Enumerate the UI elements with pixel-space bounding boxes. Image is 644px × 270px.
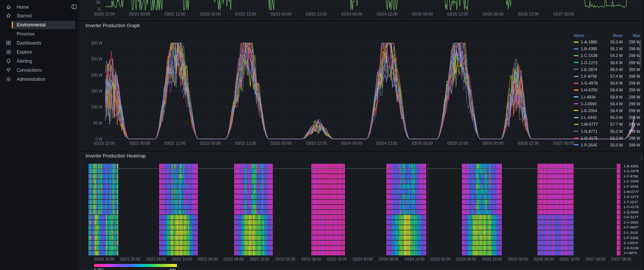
y-axis-tick: 150 W: [84, 89, 102, 93]
heatmap-series-label[interactable]: 1-O-4175: [624, 205, 639, 209]
sidebar-item-proxmox[interactable]: Proxmox: [0, 29, 78, 39]
heatmap-series-label[interactable]: 2-A-3685: [624, 221, 638, 224]
legend-row[interactable]: 1-B-439555.1 W299 W: [574, 45, 641, 52]
legend-row[interactable]: 1-A-188055.3 W299 W: [574, 39, 641, 45]
heatmap-series-label[interactable]: 1-D-1273: [624, 195, 639, 199]
heatmap-series-label[interactable]: 2-P-5355: [624, 236, 638, 240]
legend-header-name[interactable]: Name-: [574, 33, 604, 38]
grafana-dashboard: HomeStarredEnvironmentalProxmoxDashboard…: [0, 0, 644, 270]
legend-row[interactable]: 1-L-544256.3 W299 W: [574, 114, 641, 121]
legend-series-name[interactable]: 1-M-0777: [574, 122, 604, 127]
legend-mean-value: 59.6 W: [604, 81, 624, 85]
heatmap-series-label[interactable]: 1-B-4395: [624, 164, 638, 168]
legend-series-label: 1-O-4175: [581, 136, 597, 140]
legend-header-max[interactable]: Max: [624, 33, 641, 38]
legend-series-label: 1-G-4978: [581, 81, 597, 85]
heatmap-series-label[interactable]: 2-I-8875: [624, 251, 637, 255]
sidebar-item-alerting[interactable]: Alerting: [0, 57, 78, 66]
legend-row[interactable]: 1-M-077757.7 W299 W: [574, 121, 641, 128]
legend-row[interactable]: 1-N-877155.2 W299 W: [574, 128, 641, 134]
heatmap-canvas[interactable]: [88, 164, 621, 256]
legend-series-name[interactable]: 1-A-1880: [574, 40, 604, 44]
sidebar-item-label: Proxmox: [17, 31, 34, 37]
legend-row[interactable]: 1-P-264550.0 W299 W: [574, 142, 641, 147]
panel-title[interactable]: Inverter Production Graph: [85, 23, 140, 28]
legend-series-name[interactable]: 1-C-1538: [574, 53, 604, 58]
top-chart-canvas[interactable]: [105, 0, 635, 11]
legend-max-value: 300 W: [624, 67, 641, 72]
heatmap-series-label[interactable]: 1-F-8756: [624, 174, 638, 178]
heatmap-series-label[interactable]: 1-G-4978: [624, 169, 639, 173]
sidebar-item-home[interactable]: Home: [0, 3, 78, 12]
series-color-marker: [574, 131, 579, 132]
legend-series-name[interactable]: 1-L-5442: [574, 115, 604, 120]
legend-max-value: 299 W: [624, 53, 641, 58]
x-axis-label: 03/27 00:00: [553, 141, 574, 145]
x-axis-label: 03/24 08:00: [379, 257, 399, 262]
panel-title[interactable]: Inverter Production Heatmap: [85, 153, 146, 159]
compass-icon: [6, 49, 12, 55]
legend-series-name[interactable]: 1-G-4978: [574, 81, 604, 85]
legend-series-name[interactable]: 1-D-1273: [574, 60, 604, 65]
legend-row[interactable]: 1-J-069059.4 W299 W: [574, 100, 641, 107]
series-color-marker: [574, 124, 579, 125]
legend-mean-value: 54.2 W: [604, 53, 624, 58]
legend-row[interactable]: 1-H-670059.4 W299 W: [574, 86, 641, 93]
legend-row[interactable]: 1-G-497859.6 W299 W: [574, 80, 641, 86]
panel-menu-icon[interactable]: ⋮: [639, 154, 644, 160]
heatmap-series-label[interactable]: 2-L-3416: [624, 231, 638, 235]
sidebar-item-dashboards[interactable]: Dashboards: [0, 39, 78, 48]
legend-row[interactable]: 1-E-287458.5 W300 W: [574, 66, 641, 73]
series-color-marker: [574, 110, 579, 111]
legend-header-mean[interactable]: Mean: [604, 33, 624, 38]
legend-row[interactable]: 1-F-875657.4 W299 W: [574, 73, 641, 80]
y-axis-tick: 100 W: [84, 105, 102, 109]
legend-series-name[interactable]: 1-K-2054: [574, 108, 604, 113]
x-axis-label: 03/24 00:00: [341, 141, 362, 145]
production-graph-canvas[interactable]: [105, 41, 635, 140]
legend-series-label: 1-I-4934: [581, 95, 596, 99]
legend-series-name[interactable]: 1-F-8756: [574, 74, 604, 79]
sidebar-item-administration[interactable]: Administration: [0, 75, 78, 84]
legend-row[interactable]: 1-K-205458.4 W299 W: [574, 107, 641, 114]
legend-row[interactable]: 1-O-417553.2 W299 W: [574, 135, 641, 142]
legend-series-name[interactable]: 1-O-4175: [574, 136, 604, 140]
legend-max-value: 299 W: [624, 60, 641, 65]
legend-max-value: 299 W: [624, 143, 641, 147]
legend-mean-value: 55.1 W: [604, 46, 624, 51]
legend-row[interactable]: 1-D-127358.6 W299 W: [574, 59, 641, 66]
heatmap-series-label[interactable]: 1-M-0777: [624, 190, 639, 194]
sidebar-item-label: Home: [17, 5, 29, 10]
legend-scrollbar[interactable]: [639, 39, 641, 66]
sidebar-item-starred[interactable]: Starred: [0, 11, 78, 20]
legend-series-name[interactable]: 1-J-0690: [574, 102, 604, 106]
sidebar-item-label: Environmental: [17, 22, 46, 28]
sidebar-item-environmental[interactable]: Environmental: [0, 20, 78, 29]
sidebar-item-explore[interactable]: Explore: [0, 48, 78, 57]
legend-series-name[interactable]: 1-E-2874: [574, 67, 604, 72]
legend-series-name[interactable]: 1-N-8771: [574, 129, 604, 134]
heatmap-series-label[interactable]: 1-Q-9999: [624, 210, 639, 214]
legend-series-label: 1-P-2645: [581, 143, 597, 147]
legend-row[interactable]: 1-C-153854.2 W299 W: [574, 52, 641, 59]
sidebar-item-connections[interactable]: Connections: [0, 66, 78, 75]
legend-mean-value: 58.6 W: [604, 60, 624, 65]
legend-series-name[interactable]: 1-H-6700: [574, 88, 604, 92]
heatmap-series-label[interactable]: 1-P-2645: [624, 185, 638, 188]
heatmap-series-label[interactable]: 2-F-0637: [624, 225, 638, 229]
legend-row[interactable]: 1-I-493458.8 W299 W: [574, 94, 641, 100]
series-color-marker: [574, 137, 579, 139]
series-color-marker: [574, 62, 579, 63]
heatmap-series-label[interactable]: 1-C-1538: [624, 179, 639, 183]
legend-series-label: 1-B-4395: [581, 46, 597, 51]
legend-series-label: 1-F-8756: [581, 74, 597, 79]
heatmap-series-label[interactable]: 1-T-2247: [624, 200, 638, 204]
legend-rows: 1-A-188055.3 W299 W1-B-439555.1 W299 W1-…: [574, 39, 641, 147]
legend-series-name[interactable]: 1-B-4395: [574, 46, 604, 51]
x-axis-label: 03/21 16:00: [172, 257, 192, 262]
heatmap-series-label[interactable]: 2-J-6919: [624, 241, 638, 245]
heatmap-series-label[interactable]: 2-D-8108: [624, 246, 639, 250]
legend-series-name[interactable]: 1-I-4934: [574, 95, 604, 99]
heatmap-series-label[interactable]: 2-K-5177: [624, 215, 638, 219]
legend-series-name[interactable]: 1-P-2645: [574, 143, 604, 147]
